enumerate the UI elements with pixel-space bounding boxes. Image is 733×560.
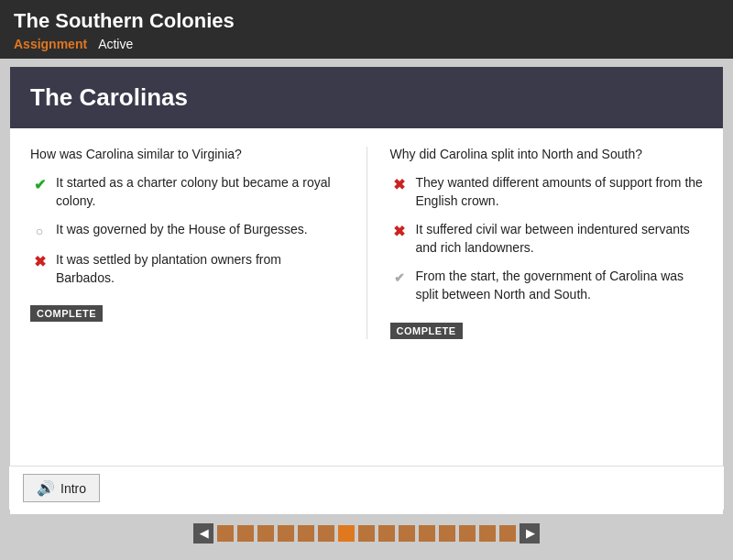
nav-dot-9[interactable] bbox=[378, 525, 395, 542]
bottom-toolbar: 🔊 Intro bbox=[9, 466, 724, 510]
nav-dot-7[interactable] bbox=[338, 525, 355, 542]
content-area: How was Carolina similar to Virginia? ✔ … bbox=[10, 128, 723, 357]
section-header: The Carolinas bbox=[10, 67, 723, 128]
header: The Southern Colonies Assignment Active bbox=[0, 0, 733, 59]
nav-dot-4[interactable] bbox=[278, 525, 294, 542]
next-button[interactable]: ▶ bbox=[520, 523, 540, 544]
nav-dots-container bbox=[217, 525, 516, 542]
nav-dot-2[interactable] bbox=[237, 525, 254, 542]
right-complete-badge: COMPLETE bbox=[390, 323, 463, 339]
speaker-icon: 🔊 bbox=[37, 479, 55, 497]
left-answer-3-text: It was settled by plantation owners from… bbox=[56, 251, 344, 287]
intro-button[interactable]: 🔊 Intro bbox=[23, 474, 100, 502]
left-answer-3: ✖ It was settled by plantation owners fr… bbox=[30, 251, 344, 287]
nav-bar: ◀ ▶ bbox=[0, 516, 733, 551]
wrong-icon-right-2: ✖ bbox=[390, 222, 409, 240]
right-answer-3: ✔ From the start, the government of Caro… bbox=[390, 268, 704, 303]
right-question: Why did Carolina split into North and So… bbox=[390, 147, 704, 161]
header-nav: Assignment Active bbox=[14, 37, 719, 51]
right-answer-1: ✖ They wanted different amounts of suppo… bbox=[390, 174, 704, 210]
correct-icon: ✔ bbox=[30, 175, 49, 193]
right-answer-2-text: It suffered civil war between indentured… bbox=[416, 221, 704, 257]
prev-button[interactable]: ◀ bbox=[193, 523, 213, 544]
left-answer-1-text: It started as a charter colony but becam… bbox=[56, 174, 344, 210]
column-divider bbox=[366, 147, 367, 339]
left-complete-badge: COMPLETE bbox=[30, 305, 103, 322]
left-answer-1: ✔ It started as a charter colony but bec… bbox=[30, 174, 344, 210]
wrong-icon-right-1: ✖ bbox=[390, 175, 409, 193]
nav-dot-15[interactable] bbox=[499, 525, 516, 542]
nav-dot-1[interactable] bbox=[217, 525, 234, 542]
check-light-icon: ✔ bbox=[390, 269, 409, 287]
left-answer-2-text: It was governed by the House of Burgesse… bbox=[56, 221, 308, 239]
nav-dot-12[interactable] bbox=[439, 525, 455, 542]
assignment-link[interactable]: Assignment bbox=[14, 37, 87, 51]
right-answer-1-text: They wanted different amounts of support… bbox=[416, 174, 704, 210]
intro-label: Intro bbox=[60, 481, 86, 496]
wrong-icon-left: ✖ bbox=[30, 252, 49, 270]
right-answer-3-text: From the start, the government of Caroli… bbox=[416, 268, 704, 303]
right-column: Why did Carolina split into North and So… bbox=[390, 147, 704, 339]
nav-dot-5[interactable] bbox=[298, 525, 314, 542]
nav-dot-11[interactable] bbox=[419, 525, 435, 542]
nav-dot-8[interactable] bbox=[358, 525, 375, 542]
left-question: How was Carolina similar to Virginia? bbox=[30, 147, 344, 161]
nav-dot-14[interactable] bbox=[479, 525, 496, 542]
nav-dot-13[interactable] bbox=[459, 525, 476, 542]
nav-dot-6[interactable] bbox=[318, 525, 334, 542]
page-title: The Southern Colonies bbox=[14, 9, 719, 33]
circle-icon: ○ bbox=[30, 222, 49, 240]
left-column: How was Carolina similar to Virginia? ✔ … bbox=[30, 147, 344, 339]
nav-dot-10[interactable] bbox=[399, 525, 415, 542]
active-status: Active bbox=[98, 37, 133, 51]
main-container: The Carolinas How was Carolina similar t… bbox=[9, 66, 724, 515]
right-answer-2: ✖ It suffered civil war between indentur… bbox=[390, 221, 704, 257]
nav-dot-3[interactable] bbox=[257, 525, 274, 542]
left-answer-2: ○ It was governed by the House of Burges… bbox=[30, 221, 344, 240]
section-title: The Carolinas bbox=[30, 83, 703, 112]
